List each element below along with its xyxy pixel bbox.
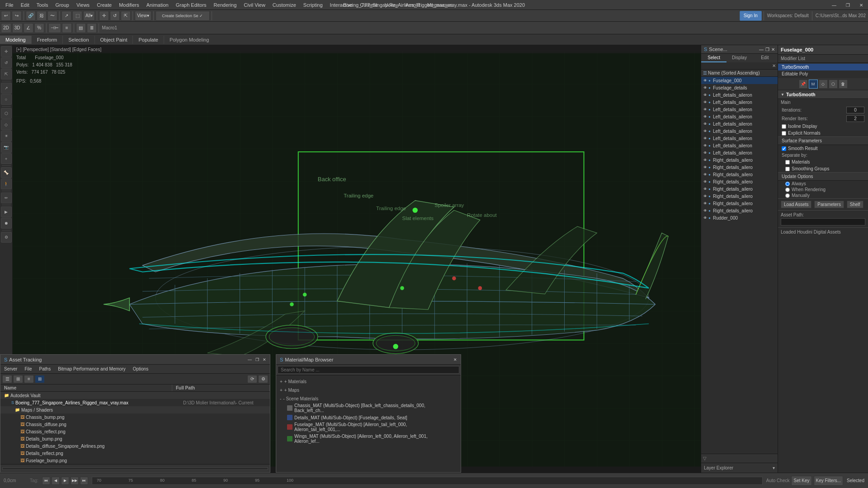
menu-views[interactable]: Views	[73, 1, 93, 9]
list-item[interactable]: 👁 ● Right_details_ailero	[701, 156, 778, 164]
menu-civil-view[interactable]: Civil View	[240, 1, 269, 9]
move-tool-button[interactable]: ✛	[1, 46, 12, 57]
mat-item[interactable]: Chassis_MAT (Multi/Sub-Object) [Back_lef…	[280, 402, 457, 414]
maximize-button[interactable]: ❐	[841, 0, 854, 10]
list-item[interactable]: 👁 ● Left_details_aileron	[701, 142, 778, 149]
render-iters-input[interactable]	[846, 115, 864, 122]
create-selection-dropdown[interactable]: Create Selection Se ✓	[156, 11, 210, 21]
snap-2d-button[interactable]: 2D	[1, 23, 11, 33]
material-search-input[interactable]	[278, 366, 459, 374]
modifier-item-turbosmooth[interactable]: TurboSmooth	[778, 64, 868, 70]
prev-frame-button[interactable]: ◀	[52, 477, 60, 485]
scene-explorer-close[interactable]: ✕	[771, 47, 775, 52]
mat-item[interactable]: Fuselage_MAT (Multi/Sub-Object) [Aileron…	[280, 421, 457, 433]
list-item[interactable]: 👁 ● Left_details_aileron	[701, 120, 778, 127]
sign-in-button[interactable]: Sign In	[740, 11, 762, 21]
viewport-settings-button[interactable]: ⚙	[1, 232, 12, 243]
key-filters-button[interactable]: Key Filters...	[814, 476, 844, 486]
menu-file[interactable]: File	[2, 1, 17, 9]
list-item[interactable]: 📁 Maps / Shaders	[0, 406, 270, 413]
list-item[interactable]: 👁 ● Left_details_aileron	[701, 99, 778, 106]
list-item[interactable]: S Boeing_777_Singapore_Airlines_Rigged_m…	[0, 399, 270, 406]
modifier-item-editable-poly[interactable]: Editable Poly	[778, 70, 868, 77]
materials-checkbox[interactable]	[785, 160, 790, 164]
menu-megascans[interactable]: Megascans	[424, 1, 456, 9]
scene-explorer-maximize[interactable]: ❐	[765, 47, 769, 52]
mb-close-button[interactable]: ✕	[453, 357, 457, 362]
list-item[interactable]: 📁 Autodesk Vault	[0, 392, 270, 399]
go-to-start-button[interactable]: ⏮	[42, 477, 50, 485]
when-rendering-radio[interactable]	[785, 188, 790, 192]
ribbon-button[interactable]: ≣	[87, 23, 97, 33]
list-item[interactable]: 👁 ● Right_details_ailero	[701, 200, 778, 207]
redo-button[interactable]: ↪	[12, 11, 22, 21]
scene-exp-close-x[interactable]: ✕	[772, 63, 776, 68]
at-menu-bitmap[interactable]: Bitmap Performance and Memory	[54, 366, 129, 372]
bind-space-warp-button[interactable]: 〜	[47, 11, 57, 21]
at-maximize-button[interactable]: ❐	[255, 357, 259, 362]
menu-graph-editors[interactable]: Graph Editors	[172, 1, 210, 9]
close-button[interactable]: ✕	[854, 0, 868, 10]
scale-tool-button[interactable]: ⇱	[1, 69, 12, 80]
list-item[interactable]: 👁 ● Left_details_aileron	[701, 149, 778, 156]
mirror-button[interactable]: ⊣⊢	[48, 23, 61, 33]
helper-button[interactable]: ＋	[1, 153, 12, 164]
tab-freeform[interactable]: Freeform	[32, 36, 63, 44]
mb-section-header[interactable]: - - Scene Materials	[280, 395, 457, 402]
menu-tools[interactable]: Tools	[33, 1, 52, 9]
smooth-result-checkbox[interactable]	[782, 146, 786, 151]
undo-button[interactable]: ↩	[1, 11, 11, 21]
set-key-button[interactable]: Set Key	[791, 476, 811, 486]
lasso-select-button[interactable]: ○	[1, 94, 12, 105]
list-item[interactable]: 👁 ● Right_details_ailero	[701, 185, 778, 192]
menu-scripting[interactable]: Scripting	[300, 1, 326, 9]
always-radio[interactable]	[785, 182, 790, 186]
list-item[interactable]: 🖼 Details_diffuse_Singapore_Airlines.png	[0, 442, 270, 450]
menu-content[interactable]: Content	[356, 1, 381, 9]
select-link-button[interactable]: 🔗	[26, 11, 36, 21]
list-item[interactable]: 👁 ● Left_details_aileron	[701, 106, 778, 113]
minimize-button[interactable]: —	[827, 0, 841, 10]
play-button[interactable]: ▶	[61, 477, 69, 485]
list-item[interactable]: 🖼 Details_bump.png	[0, 435, 270, 442]
view-dropdown[interactable]: View ▾	[135, 11, 151, 21]
align-button[interactable]: ≡	[62, 23, 72, 33]
show-end-result-button[interactable]: ◇	[819, 80, 828, 89]
list-item[interactable]: 👁 ● Left_details_aileron	[701, 91, 778, 99]
mat-item[interactable]: Details_MAT (Multi/Sub-Object) [Fuselage…	[280, 414, 457, 421]
make-unique-button[interactable]: ⬡	[829, 80, 838, 89]
at-close-button[interactable]: ✕	[263, 357, 266, 362]
menu-modifiers[interactable]: Modifiers	[115, 1, 143, 9]
rotate-tool-button[interactable]: ↺	[1, 57, 12, 68]
play-button[interactable]: ▶	[1, 206, 12, 217]
list-item[interactable]: 👁 ● Right_details_ailero	[701, 192, 778, 200]
mb-section-maps[interactable]: + + Maps	[276, 386, 461, 394]
mat-item[interactable]: Wings_MAT (Multi/Sub-Object) [Aileron_le…	[280, 433, 457, 445]
list-item[interactable]: 👁 ● Fuselage_000	[701, 77, 778, 84]
paint-button[interactable]: ✏	[1, 192, 12, 203]
at-expand-button[interactable]: ⊞	[35, 375, 45, 383]
list-item[interactable]: 👁 ● Right_details_ailero	[701, 178, 778, 185]
list-item[interactable]: 🖼 Chassis_diffuse.png	[0, 421, 270, 428]
at-menu-server[interactable]: Server	[0, 366, 21, 372]
iterations-input[interactable]	[846, 107, 864, 113]
list-item[interactable]: 👁 ● Left_details_aileron	[701, 113, 778, 120]
mb-section-materials[interactable]: + + Materials	[276, 377, 461, 386]
next-frame-button[interactable]: ▶▶	[71, 477, 79, 485]
tab-object-paint[interactable]: Object Paint	[95, 36, 133, 44]
menu-vray[interactable]: V-Ray	[381, 1, 402, 9]
select-object-button[interactable]: ↗	[61, 11, 71, 21]
smoothing-groups-checkbox[interactable]	[785, 167, 790, 171]
list-item[interactable]: 👁 ● Fuselage_details	[701, 84, 778, 91]
move-button[interactable]: ✛	[99, 11, 109, 21]
explicit-normals-checkbox[interactable]	[782, 131, 786, 136]
modifier-active-button[interactable]: M	[809, 80, 818, 89]
scene-exp-tab-edit[interactable]: Edit	[752, 54, 778, 62]
list-item[interactable]: 🖼 Chassis_bump.png	[0, 413, 270, 421]
at-minimize-button[interactable]: —	[248, 357, 252, 362]
at-settings-button[interactable]: ⚙	[258, 375, 268, 383]
menu-customize[interactable]: Customize	[269, 1, 300, 9]
list-item[interactable]: 👁 ● Right_details_ailero	[701, 171, 778, 178]
menu-interactive[interactable]: Interactive	[326, 1, 357, 9]
scale-button[interactable]: ⇱	[121, 11, 131, 21]
